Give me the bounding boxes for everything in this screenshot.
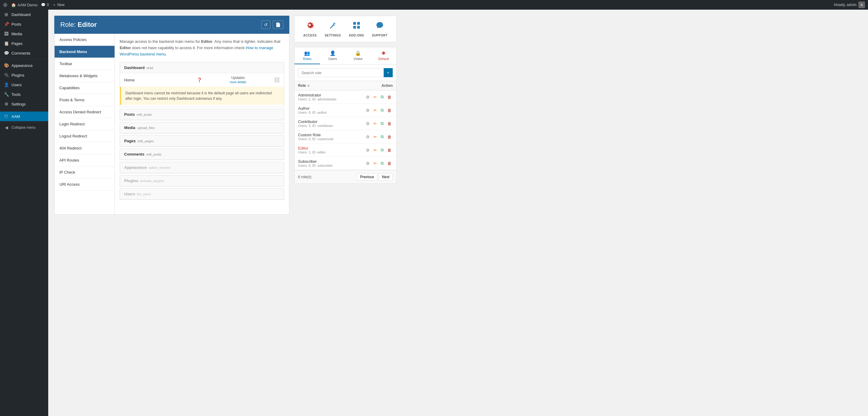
- role-meta-administrator: Users: 1; ID: administrator: [298, 97, 365, 101]
- tab-default[interactable]: ✱ Default: [371, 47, 397, 64]
- role-gear-author[interactable]: ⚙: [365, 107, 371, 113]
- help-icon[interactable]: ❓: [197, 78, 202, 82]
- menu-section-header-pages: Pages edit_pages: [120, 136, 284, 147]
- nav-item-capabilities[interactable]: Capabilities: [55, 82, 115, 94]
- collapse-menu-button[interactable]: ◀ Collapse menu: [0, 122, 48, 132]
- menu-section-header-posts: Posts edit_posts: [120, 109, 284, 120]
- sidebar-item-pages[interactable]: 📋 Pages: [0, 38, 48, 48]
- aam-icon: 🛡: [4, 114, 9, 119]
- addons-icon-item[interactable]: ADD-ONS: [349, 21, 364, 37]
- nav-item-metaboxes-widgets[interactable]: Metaboxes & Widgets: [55, 70, 115, 82]
- nav-item-toolbar[interactable]: Toolbar: [55, 58, 115, 70]
- nav-item-api-routes[interactable]: API Routes: [55, 154, 115, 167]
- tab-roles[interactable]: 👥 Roles: [294, 47, 320, 64]
- role-copy-subscriber[interactable]: ⧉: [379, 160, 385, 167]
- export-button[interactable]: 📄: [273, 21, 283, 29]
- nav-item-access-policies[interactable]: Access Policies: [55, 34, 115, 46]
- visitor-tab-icon: 🔒: [355, 50, 361, 56]
- next-button[interactable]: Next: [378, 173, 393, 181]
- sidebar-item-posts[interactable]: 📌 Posts: [0, 19, 48, 29]
- role-row-contributor: Contributor Users: 2; ID: contributor ⚙ …: [294, 117, 396, 130]
- dashboard-icon: ⊞: [4, 12, 9, 17]
- role-name-custom-role: Custom Role: [298, 132, 365, 137]
- role-actions-contributor: ⚙ ✏ ⧉ 🗑: [365, 120, 393, 127]
- svg-rect-0: [353, 22, 356, 25]
- role-copy-contributor[interactable]: ⧉: [379, 120, 385, 127]
- role-copy-administrator[interactable]: ⧉: [379, 94, 385, 100]
- menu-section-appearance: Appearance switch_themes: [120, 162, 284, 173]
- role-copy-editor[interactable]: ⧉: [379, 147, 385, 153]
- nav-item-logout-redirect[interactable]: Logout Redirect: [55, 130, 115, 142]
- nav-item-access-denied-redirect[interactable]: Access Denied Redirect: [55, 106, 115, 118]
- access-gear-icon: [306, 21, 315, 32]
- role-copy-custom-role[interactable]: ⧉: [379, 133, 385, 140]
- settings-label: SETTINGS: [324, 34, 341, 37]
- role-meta-contributor: Users: 2; ID: contributor: [298, 124, 365, 127]
- nav-item-404-redirect[interactable]: 404 Redirect: [55, 142, 115, 154]
- reset-button[interactable]: ↺: [261, 21, 270, 29]
- add-role-button[interactable]: +: [384, 68, 393, 77]
- role-delete-subscriber[interactable]: 🗑: [386, 160, 393, 167]
- nav-item-login-redirect[interactable]: Login Redirect: [55, 118, 115, 130]
- roles-footer: 6 role(s) Previous Next: [294, 170, 396, 184]
- role-delete-editor[interactable]: 🗑: [386, 147, 393, 153]
- role-gear-contributor[interactable]: ⚙: [365, 121, 371, 127]
- wp-logo-icon[interactable]: ⊛: [3, 1, 7, 8]
- role-edit-author[interactable]: ✏: [372, 107, 378, 113]
- role-gear-administrator[interactable]: ⚙: [365, 94, 371, 100]
- site-name[interactable]: 🏠 AAM Demo: [11, 3, 37, 7]
- sidebar-item-users[interactable]: 👤 Users: [0, 80, 48, 90]
- role-gear-subscriber[interactable]: ⚙: [365, 160, 371, 167]
- updates-checkbox[interactable]: ☐: [274, 77, 280, 83]
- role-name-administrator: Administrator: [298, 93, 365, 97]
- sidebar-item-aam[interactable]: 🛡 AAM: [0, 112, 48, 121]
- sidebar-item-appearance[interactable]: 🎨 Appearance: [0, 61, 48, 70]
- role-delete-custom-role[interactable]: 🗑: [386, 134, 393, 140]
- nav-item-backend-menu[interactable]: Backend Menu: [55, 46, 115, 58]
- role-actions-administrator: ⚙ ✏ ⧉ 🗑: [365, 94, 393, 100]
- role-delete-administrator[interactable]: 🗑: [386, 94, 393, 100]
- role-edit-editor[interactable]: ✏: [372, 147, 378, 153]
- search-role-input[interactable]: [298, 68, 384, 77]
- role-meta-custom-role: Users: 0; ID: customrole: [298, 137, 365, 141]
- settings-icon-item[interactable]: SETTINGS: [324, 21, 341, 37]
- support-icon-item[interactable]: SUPPORT: [372, 21, 388, 37]
- nav-item-uri-access[interactable]: URI Access: [55, 178, 115, 190]
- sidebar-item-comments[interactable]: 💬 Comments: [0, 48, 48, 58]
- role-edit-subscriber[interactable]: ✏: [372, 160, 378, 167]
- access-icon-item[interactable]: ACCESS: [303, 21, 317, 37]
- tab-visitor[interactable]: 🔒 Visitor: [345, 47, 371, 64]
- role-edit-custom-role[interactable]: ✏: [372, 134, 378, 140]
- role-copy-author[interactable]: ⧉: [379, 107, 385, 113]
- comments-count[interactable]: 💬 0: [41, 3, 49, 7]
- sidebar-item-settings[interactable]: ⚙ Settings: [0, 99, 48, 109]
- tab-users[interactable]: 👤 Users: [320, 47, 346, 64]
- role-edit-administrator[interactable]: ✏: [372, 94, 378, 100]
- nav-item-posts-terms[interactable]: Posts & Terms: [55, 94, 115, 106]
- content-area: Role: Editor ↺ 📄 Access Policies Backend…: [48, 10, 868, 416]
- role-gear-custom-role[interactable]: ⚙: [365, 134, 371, 140]
- new-item-button[interactable]: ＋ New: [53, 2, 64, 7]
- sidebar-item-dashboard[interactable]: ⊞ Dashboard: [0, 10, 48, 19]
- role-gear-editor[interactable]: ⚙: [365, 147, 371, 153]
- role-delete-contributor[interactable]: 🗑: [386, 121, 393, 127]
- role-edit-contributor[interactable]: ✏: [372, 121, 378, 127]
- pages-icon: 📋: [4, 41, 9, 46]
- role-delete-author[interactable]: 🗑: [386, 107, 393, 113]
- menu-separator-1: [0, 59, 48, 59]
- svg-rect-2: [353, 26, 356, 29]
- sidebar-item-tools[interactable]: 🔧 Tools: [0, 90, 48, 99]
- sidebar-item-media[interactable]: 🖼 Media: [0, 29, 48, 38]
- role-row-author: Author Users: 0; ID: author ⚙ ✏ ⧉ 🗑: [294, 104, 396, 117]
- role-row-administrator: Administrator Users: 1; ID: administrato…: [294, 90, 396, 104]
- role-actions-editor: ⚙ ✏ ⧉ 🗑: [365, 147, 393, 153]
- top-icons-panel: ACCESS SETTINGS: [294, 16, 397, 42]
- right-content: Manage access to the backend main menu f…: [115, 34, 289, 214]
- prev-button[interactable]: Previous: [357, 173, 378, 181]
- addons-label: ADD-ONS: [349, 34, 364, 37]
- nav-item-ip-check[interactable]: IP Check: [55, 167, 115, 178]
- addons-boxes-icon: [352, 21, 361, 32]
- users-icon: 👤: [4, 82, 9, 87]
- menu-section-users: Users list_users: [120, 188, 284, 200]
- sidebar-item-plugins[interactable]: 🔌 Plugins: [0, 70, 48, 80]
